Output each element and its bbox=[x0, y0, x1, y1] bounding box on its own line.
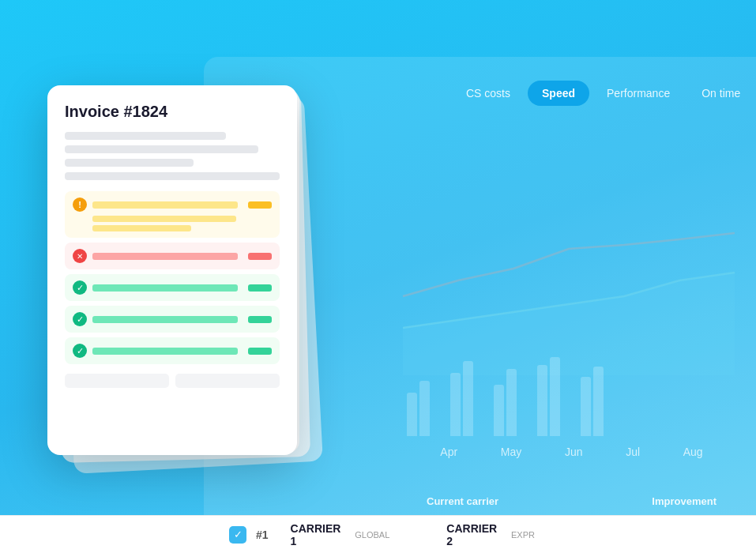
warning-end-bar bbox=[248, 201, 272, 209]
row-checkbox[interactable]: ✓ bbox=[229, 526, 246, 544]
bottom-section-labels: Current carrier Improvement bbox=[387, 495, 756, 507]
row-number: #1 bbox=[256, 529, 269, 541]
success-icon-2: ✓ bbox=[73, 312, 87, 326]
row-carrier2-tag: EXPR bbox=[511, 530, 535, 540]
error-icon: ✕ bbox=[73, 249, 87, 263]
improvement-label: Improvement bbox=[652, 495, 717, 507]
bar bbox=[581, 377, 591, 436]
tab-cs-costs[interactable]: CS costs bbox=[452, 81, 525, 106]
placeholder-line-3 bbox=[65, 159, 194, 167]
month-aug: Aug bbox=[683, 446, 703, 458]
row-carrier1-tag: GLOBAL bbox=[355, 530, 389, 540]
success-bar-2 bbox=[92, 316, 238, 323]
tab-speed[interactable]: Speed bbox=[528, 81, 589, 106]
success-row-2: ✓ bbox=[65, 306, 280, 333]
warning-section: ! bbox=[65, 191, 280, 238]
bar bbox=[494, 385, 504, 436]
placeholder-line-1 bbox=[65, 132, 226, 140]
error-row: ✕ bbox=[65, 243, 280, 269]
row-carrier1-name: CARRIER 1 bbox=[291, 522, 346, 547]
month-jul: Jul bbox=[626, 446, 640, 458]
bar bbox=[506, 369, 517, 436]
success-icon-3: ✓ bbox=[73, 344, 87, 358]
placeholder-line-4 bbox=[65, 172, 280, 180]
success-end-3 bbox=[248, 348, 272, 355]
month-jun: Jun bbox=[565, 446, 583, 458]
month-labels: Apr May Jun Jul Aug bbox=[387, 446, 756, 458]
bar bbox=[407, 393, 417, 436]
warning-sub-2 bbox=[92, 225, 191, 231]
month-apr: Apr bbox=[440, 446, 457, 458]
bar-chart bbox=[387, 349, 756, 436]
main-invoice-card: Invoice #1824 ! ✕ ✓ bbox=[47, 85, 297, 455]
bar bbox=[463, 361, 473, 436]
warning-icon: ! bbox=[73, 198, 87, 212]
row-carrier2-name: CARRIER 2 bbox=[446, 522, 502, 547]
placeholder-line-2 bbox=[65, 145, 258, 153]
bar-group bbox=[581, 367, 604, 436]
warning-header-row: ! bbox=[73, 198, 272, 212]
error-end bbox=[248, 253, 272, 260]
bar bbox=[550, 357, 560, 436]
bottom-block-2 bbox=[175, 374, 280, 388]
success-end-1 bbox=[248, 284, 272, 292]
bar bbox=[450, 373, 461, 436]
invoice-title: Invoice #1824 bbox=[65, 103, 280, 121]
bar bbox=[593, 367, 604, 436]
tab-performance[interactable]: Performance bbox=[592, 81, 684, 106]
success-row-3: ✓ bbox=[65, 337, 280, 364]
month-may: May bbox=[501, 446, 521, 458]
tab-on-time[interactable]: On time bbox=[687, 81, 754, 106]
success-bar-3 bbox=[92, 348, 238, 355]
success-icon-1: ✓ bbox=[73, 280, 87, 295]
bottom-block-1 bbox=[65, 374, 169, 388]
bar-group bbox=[407, 381, 430, 436]
current-carrier-label: Current carrier bbox=[427, 495, 652, 507]
bar-group bbox=[450, 361, 473, 436]
success-bar-1 bbox=[92, 284, 238, 292]
success-end-2 bbox=[248, 316, 272, 323]
bottom-bar: ✓ #1 CARRIER 1 GLOBAL CARRIER 2 EXPR bbox=[0, 515, 756, 553]
warning-sub-1 bbox=[92, 216, 236, 222]
success-row-1: ✓ bbox=[65, 274, 280, 301]
bar bbox=[537, 365, 547, 436]
error-bar bbox=[92, 253, 238, 260]
card-bottom-blocks bbox=[65, 374, 280, 388]
bar-group bbox=[537, 357, 560, 436]
tabs-bar: CS costs Speed Performance On time bbox=[452, 81, 754, 106]
warning-main-bar bbox=[92, 201, 238, 209]
bar-group bbox=[494, 369, 517, 436]
bar bbox=[419, 381, 430, 436]
warning-sub-lines bbox=[73, 216, 272, 231]
